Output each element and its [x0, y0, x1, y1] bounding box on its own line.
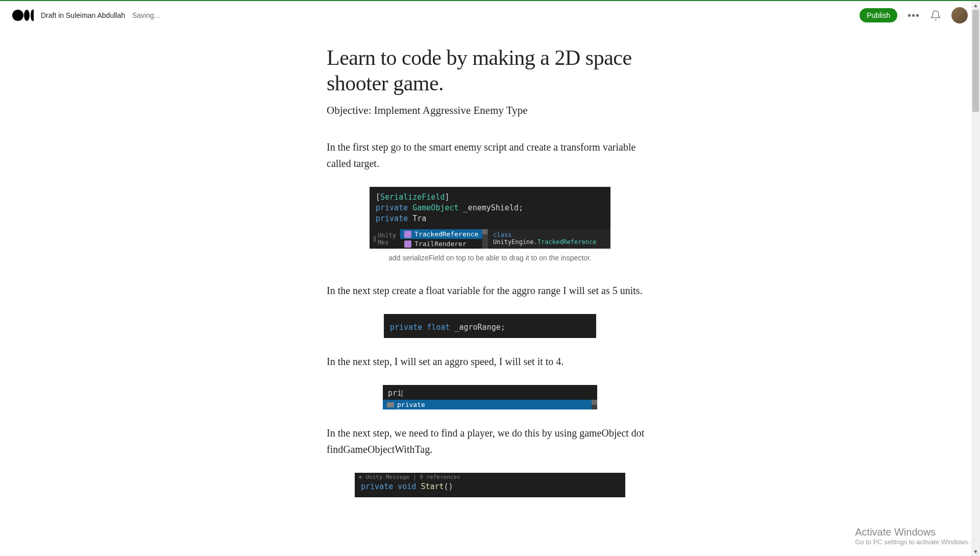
scroll-thumb [482, 229, 487, 234]
tooltip-namespace: UnityEngine. [493, 238, 537, 246]
header-left: Draft in Suleiman Abdullah Saving... [12, 10, 160, 21]
paragraph-3[interactable]: In the next step, I will set an aggro sp… [327, 353, 653, 370]
autocomplete-scrollbar [592, 400, 597, 409]
unity-ref-text: Unity Message | 0 references [365, 474, 460, 480]
autocomplete-item: private [383, 400, 592, 409]
code-bracket: ] [445, 192, 449, 202]
activate-windows-watermark: Activate Windows Go to PC settings to ac… [855, 526, 970, 528]
header-right: Publish ••• [860, 7, 968, 23]
code-type: GameObject [412, 203, 458, 212]
code-bracket: [ [376, 192, 380, 202]
paragraph-1[interactable]: In the first step go to the smart enemy … [327, 139, 653, 172]
paragraph-4[interactable]: In the next step, we need to find a play… [327, 425, 653, 457]
code-screenshot-2[interactable]: private float _agroRange; [384, 314, 596, 338]
code-partial: Tra [408, 214, 426, 223]
autocomplete-tooltip: class UnityEngine.TrackedReference [487, 229, 610, 249]
code-screenshot-4[interactable]: ⊕ Unity Message | 0 references private v… [355, 473, 625, 497]
keyword-icon [387, 402, 394, 407]
notifications-icon[interactable] [930, 10, 941, 21]
autocomplete-text: TrackedReference [414, 230, 478, 238]
unity-references: ⊕ Unity Message | 0 references [355, 473, 625, 481]
code-keyword: private [376, 214, 408, 223]
code-partial: pri [388, 389, 402, 398]
medium-logo[interactable] [12, 10, 34, 21]
article-title[interactable]: Learn to code by making a 2D space shoot… [327, 45, 653, 96]
code-screenshot-1[interactable]: [SerializeField] private GameObject _ene… [370, 187, 610, 249]
scroll-thumb [592, 400, 597, 405]
unity-ref-icon: ⊕ [359, 474, 362, 480]
code-parens: () [444, 482, 453, 491]
page-scrollbar[interactable]: ▲ ▼ [971, 1, 980, 528]
tooltip-keyword: class [493, 231, 511, 238]
text-cursor-icon [402, 390, 402, 397]
code-keyword: void [393, 482, 416, 491]
logo-oval-icon [24, 10, 30, 21]
autocomplete-text: TrailRenderer [414, 240, 467, 248]
tooltip-classname: TrackedReference [537, 238, 597, 246]
unity-msg-text: Unity Mes [378, 232, 396, 246]
scroll-thumb[interactable] [972, 10, 979, 112]
editor-header: Draft in Suleiman Abdullah Saving... Pub… [0, 1, 980, 30]
code-screenshot-3[interactable]: pri private [383, 385, 597, 409]
logo-half-icon [31, 10, 34, 21]
activate-title: Activate Windows [855, 526, 970, 528]
image-caption-1[interactable]: add serializeField on top to be able to … [327, 254, 653, 262]
scroll-up-arrow-icon[interactable]: ▲ [971, 1, 980, 10]
autocomplete-item: TrackedReference [400, 229, 482, 239]
save-status: Saving... [132, 11, 160, 19]
unity-message-indicator: Unity Mes [370, 229, 400, 249]
code-variable: _enemyShield; [459, 203, 523, 212]
autocomplete-scrollbar [482, 229, 487, 249]
article-content: Learn to code by making a 2D space shoot… [316, 30, 664, 528]
autocomplete-text: private [397, 401, 425, 408]
paragraph-2[interactable]: In the next step create a float variable… [327, 282, 653, 299]
code-variable: _agroRange; [450, 323, 505, 332]
logo-circle-icon [12, 10, 23, 21]
code-keyword: private [390, 323, 422, 332]
article-subtitle[interactable]: Objective: Implement Aggressive Enemy Ty… [327, 103, 653, 119]
class-icon [404, 240, 411, 248]
avatar[interactable] [951, 7, 968, 23]
draft-location: Draft in Suleiman Abdullah [41, 11, 125, 19]
code-keyword: private [376, 203, 408, 212]
publish-button[interactable]: Publish [860, 8, 897, 22]
code-attribute: SerializeField [380, 192, 445, 202]
class-icon [404, 231, 411, 238]
code-keyword: private [361, 482, 393, 491]
unity-icon [374, 236, 376, 242]
code-method: Start [416, 482, 444, 491]
code-type: float [422, 323, 450, 332]
autocomplete-item: TrailRenderer [400, 239, 482, 249]
more-icon[interactable]: ••• [908, 10, 920, 21]
